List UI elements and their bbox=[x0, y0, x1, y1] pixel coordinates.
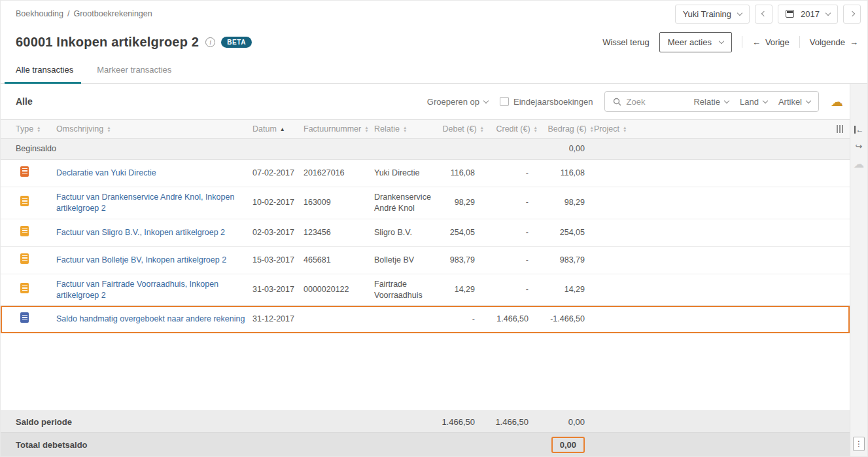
transaction-description-link[interactable]: Declaratie van Yuki Directie bbox=[56, 168, 156, 177]
wissel-terug-link[interactable]: Wissel terug bbox=[602, 37, 650, 47]
relatie-cell: Yuki Directie bbox=[374, 163, 437, 183]
transaction-row[interactable]: Saldo handmatig overgeboekt naar andere … bbox=[1, 306, 850, 333]
bedrag-cell: 98,29 bbox=[538, 192, 594, 213]
cloud-disabled-icon[interactable]: ☁ bbox=[854, 159, 864, 170]
administration-selector[interactable]: Yuki Training bbox=[675, 5, 750, 24]
redo-arrow-icon[interactable]: ↪ bbox=[856, 142, 863, 151]
debet-cell: 14,29 bbox=[437, 280, 484, 300]
column-label: Debet (€) bbox=[442, 124, 476, 134]
checkbox-unchecked[interactable] bbox=[500, 97, 509, 106]
transaction-row[interactable]: Factuur van Bolletje BV, Inkopen artikel… bbox=[1, 247, 850, 274]
chevron-down-icon bbox=[825, 10, 831, 15]
datum-cell: 15-03-2017 bbox=[252, 250, 304, 270]
column-header-debet[interactable]: Debet (€)▲▼ bbox=[437, 124, 484, 134]
eindejaarsboekingen-checkbox-wrap[interactable]: Eindejaarsboekingen bbox=[500, 97, 593, 107]
tab-alle-transacties[interactable]: Alle transacties bbox=[16, 62, 73, 83]
column-header-project[interactable]: Project▲▼ bbox=[594, 124, 825, 134]
project-cell bbox=[594, 228, 825, 237]
column-header-relatie[interactable]: Relatie▲▼ bbox=[374, 124, 437, 134]
saldo-periode-row: Saldo periode 1.466,50 1.466,50 0,00 bbox=[1, 411, 850, 432]
year-selector[interactable]: 2017 bbox=[778, 5, 838, 24]
sort-icon: ▲▼ bbox=[37, 126, 41, 132]
column-header-bedrag[interactable]: Bedrag (€)▲▼ bbox=[538, 124, 594, 134]
info-icon[interactable]: i bbox=[205, 37, 215, 47]
transaction-row[interactable]: Factuur van Drankenservice André Knol, I… bbox=[1, 187, 850, 219]
factuurnummer-cell: 201627016 bbox=[304, 163, 374, 183]
sort-icon: ▲▼ bbox=[403, 126, 407, 132]
export-cloud-icon[interactable]: ☁ bbox=[831, 96, 843, 108]
type-cell bbox=[16, 191, 56, 214]
transaction-description-link[interactable]: Saldo handmatig overgeboekt naar andere … bbox=[56, 314, 245, 323]
omschrijving-cell: Factuur van Sligro B.V., Inkopen artikel… bbox=[56, 223, 252, 243]
transaction-description-link[interactable]: Factuur van Fairtrade Voorraadhuis, Inko… bbox=[56, 280, 218, 300]
project-cell bbox=[594, 315, 825, 324]
column-options-icon[interactable] bbox=[825, 125, 848, 133]
artikel-dropdown[interactable]: Artikel bbox=[778, 97, 810, 107]
meer-acties-button[interactable]: Meer acties bbox=[659, 32, 732, 52]
saldo-periode-label: Saldo periode bbox=[16, 414, 437, 430]
column-label: Relatie bbox=[374, 124, 400, 134]
topbar-right: Yuki Training 2017 bbox=[675, 5, 861, 24]
divider bbox=[742, 36, 742, 48]
credit-cell: - bbox=[484, 223, 538, 243]
row-options-button[interactable]: ⋮ bbox=[853, 437, 865, 451]
relatie-label: Relatie bbox=[693, 97, 720, 107]
beginsaldo-row: Beginsaldo 0,00 bbox=[1, 139, 850, 160]
column-header-omschrijving[interactable]: Omschrijving▲▼ bbox=[56, 124, 252, 134]
column-label: Omschrijving bbox=[56, 124, 103, 134]
breadcrumb-grootboekrekeningen[interactable]: Grootboekrekeningen bbox=[73, 9, 152, 18]
breadcrumb-boekhouding[interactable]: Boekhouding bbox=[16, 9, 63, 18]
bedrag-cell: -1.466,50 bbox=[538, 309, 594, 329]
land-dropdown[interactable]: Land bbox=[740, 97, 767, 107]
vorige-link[interactable]: ← Vorige bbox=[752, 37, 790, 47]
groeperen-op-dropdown[interactable]: Groeperen op bbox=[427, 97, 488, 107]
chevron-down-icon bbox=[483, 98, 489, 103]
transaction-row[interactable]: Factuur van Fairtrade Voorraadhuis, Inko… bbox=[1, 274, 850, 306]
credit-cell: - bbox=[484, 163, 538, 183]
transaction-description-link[interactable]: Factuur van Drankenservice André Knol, I… bbox=[56, 192, 234, 213]
breadcrumb: Boekhouding / Grootboekrekeningen bbox=[16, 9, 152, 18]
previous-year-button[interactable] bbox=[755, 5, 773, 24]
vorige-label: Vorige bbox=[765, 37, 790, 47]
relatie-cell: Sligro B.V. bbox=[374, 223, 437, 243]
relatie-dropdown[interactable]: Relatie bbox=[693, 97, 728, 107]
transaction-description-link[interactable]: Factuur van Bolletje BV, Inkopen artikel… bbox=[56, 255, 226, 265]
invoice-document-icon bbox=[20, 196, 29, 206]
datum-cell: 31-03-2017 bbox=[252, 280, 304, 300]
page-title: 60001 Inkopen artikelgroep 2 bbox=[16, 35, 199, 50]
column-label: Type bbox=[16, 124, 33, 134]
column-header-credit[interactable]: Credit (€)▲▼ bbox=[484, 124, 538, 134]
column-header-factuurnummer[interactable]: Factuurnummer▲▼ bbox=[304, 124, 374, 134]
column-label: Datum bbox=[252, 124, 277, 134]
omschrijving-cell: Factuur van Fairtrade Voorraadhuis, Inko… bbox=[56, 274, 252, 306]
empty-area bbox=[1, 333, 850, 411]
column-header-type[interactable]: Type▲▼ bbox=[16, 124, 56, 134]
filter-controls: Groeperen op Eindejaarsboekingen Re bbox=[427, 91, 843, 112]
beginsaldo-label: Beginsaldo bbox=[16, 139, 437, 159]
credit-cell: - bbox=[484, 250, 538, 270]
column-label: Project bbox=[594, 124, 619, 134]
column-header-datum[interactable]: Datum▲ bbox=[252, 124, 304, 134]
search-input[interactable] bbox=[626, 97, 682, 107]
transaction-rows: Declaratie van Yuki Directie07-02-201720… bbox=[1, 160, 850, 334]
arrow-right-icon: → bbox=[850, 37, 858, 47]
volgende-link[interactable]: Volgende → bbox=[810, 37, 858, 47]
saldo-periode-credit: 1.466,50 bbox=[484, 414, 538, 430]
filter-bar: Alle Groeperen op Eindejaarsboekingen bbox=[1, 84, 850, 119]
table-header-row: Type▲▼Omschrijving▲▼Datum▲Factuurnummer▲… bbox=[1, 119, 850, 139]
relatie-cell: Bolletje BV bbox=[374, 250, 437, 270]
transaction-description-link[interactable]: Factuur van Sligro B.V., Inkopen artikel… bbox=[56, 228, 225, 237]
sort-icon: ▲▼ bbox=[107, 126, 111, 132]
next-year-button[interactable] bbox=[843, 5, 861, 24]
factuurnummer-cell: 123456 bbox=[304, 223, 374, 243]
tab-markeer-transacties[interactable]: Markeer transacties bbox=[97, 62, 171, 83]
omschrijving-cell: Saldo handmatig overgeboekt naar andere … bbox=[56, 309, 252, 329]
chevron-left-icon bbox=[761, 11, 766, 16]
transaction-row[interactable]: Factuur van Sligro B.V., Inkopen artikel… bbox=[1, 219, 850, 247]
saldo-periode-debet: 1.466,50 bbox=[437, 414, 484, 430]
debet-cell: 116,08 bbox=[437, 163, 484, 183]
main-column: Alle Groeperen op Eindejaarsboekingen bbox=[1, 84, 850, 456]
transaction-row[interactable]: Declaratie van Yuki Directie07-02-201720… bbox=[1, 160, 850, 187]
collapse-panel-icon[interactable]: ← bbox=[854, 126, 864, 134]
app-window: Boekhouding / Grootboekrekeningen Yuki T… bbox=[0, 0, 868, 457]
